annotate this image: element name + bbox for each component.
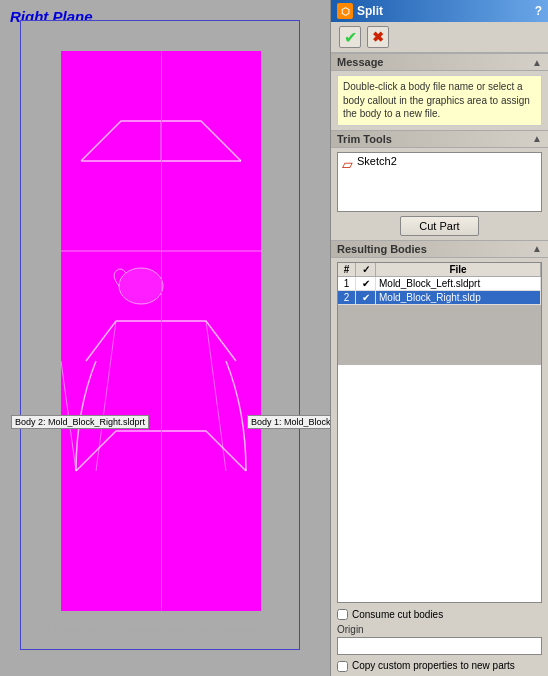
row1-num: 1 [338, 277, 356, 290]
toolbar-row: ✔ ✖ [331, 22, 548, 53]
panel-title-bar: ⬡ Split ? [331, 0, 548, 22]
consume-cut-bodies-label: Consume cut bodies [352, 609, 443, 620]
row2-file: Mold_Block_Right.sldp [376, 291, 541, 304]
resulting-bodies-table: # ✓ File 1 ✔ Mold_Block_Left.sldprt 2 ✔ … [337, 262, 542, 604]
panel-title: Split [357, 4, 383, 18]
trim-tools-collapse-arrow[interactable]: ▲ [532, 133, 542, 144]
viewport-inner: Body 2: Mold_Block_Right.sldprt Body 1: … [20, 20, 300, 650]
table-header: # ✓ File [338, 263, 541, 277]
copy-props-checkbox[interactable] [337, 661, 348, 672]
trim-list[interactable]: ▱ Sketch2 [337, 152, 542, 212]
origin-label: Origin [337, 624, 542, 635]
viewport: Right Plane [0, 0, 330, 676]
copy-props-row: Copy custom properties to new parts [331, 657, 548, 676]
split-icon: ⬡ [337, 3, 353, 19]
col-num-header: # [338, 263, 356, 276]
table-row[interactable]: 2 ✔ Mold_Block_Right.sldp [338, 291, 541, 305]
trim-tools-label: Trim Tools [337, 133, 392, 145]
callout-right: Body 1: Mold_Block_Left.sldprt [247, 415, 330, 429]
ok-icon: ✔ [344, 28, 357, 47]
col-check-header: ✓ [356, 263, 376, 276]
trim-tools-section-header: Trim Tools ▲ [331, 130, 548, 148]
cancel-icon: ✖ [372, 29, 384, 45]
resulting-bodies-label: Resulting Bodies [337, 243, 427, 255]
row1-file: Mold_Block_Left.sldprt [376, 277, 541, 290]
mirrored-text-right: Body 1: Mold_Block_Left.sldprt [131, 625, 255, 635]
message-content: Double-click a body file name or select … [337, 75, 542, 126]
consume-cut-bodies-row: Consume cut bodies [331, 607, 548, 622]
trim-item-icon: ▱ [342, 156, 353, 172]
message-collapse-arrow[interactable]: ▲ [532, 57, 542, 68]
message-section-header: Message ▲ [331, 53, 548, 71]
copy-props-label: Copy custom properties to new parts [352, 660, 515, 671]
right-panel: ⬡ Split ? ✔ ✖ Message ▲ Double-click a b… [330, 0, 548, 676]
cut-part-button[interactable]: Cut Part [400, 216, 478, 236]
cancel-button[interactable]: ✖ [367, 26, 389, 48]
consume-cut-bodies-checkbox[interactable] [337, 609, 348, 620]
table-row[interactable]: 1 ✔ Mold_Block_Left.sldprt [338, 277, 541, 291]
origin-input[interactable] [337, 637, 542, 655]
callout-left: Body 2: Mold_Block_Right.sldprt [11, 415, 149, 429]
row2-check: ✔ [356, 291, 376, 304]
trim-tools-content: ▱ Sketch2 Cut Part [331, 148, 548, 240]
help-button[interactable]: ? [535, 4, 542, 18]
row1-check: ✔ [356, 277, 376, 290]
resulting-bodies-content: # ✓ File 1 ✔ Mold_Block_Left.sldprt 2 ✔ … [331, 258, 548, 608]
svg-point-4 [119, 268, 163, 304]
ok-button[interactable]: ✔ [339, 26, 361, 48]
row2-num: 2 [338, 291, 356, 304]
crosshair-v [161, 51, 162, 611]
origin-section: Origin [331, 622, 548, 657]
message-section-label: Message [337, 56, 383, 68]
col-file-header: File [376, 263, 541, 276]
resulting-bodies-collapse-arrow[interactable]: ▲ [532, 243, 542, 254]
resulting-bodies-section-header: Resulting Bodies ▲ [331, 240, 548, 258]
trim-item-label: Sketch2 [357, 155, 397, 167]
table-empty-area [338, 305, 541, 365]
panel-title-left: ⬡ Split [337, 3, 383, 19]
